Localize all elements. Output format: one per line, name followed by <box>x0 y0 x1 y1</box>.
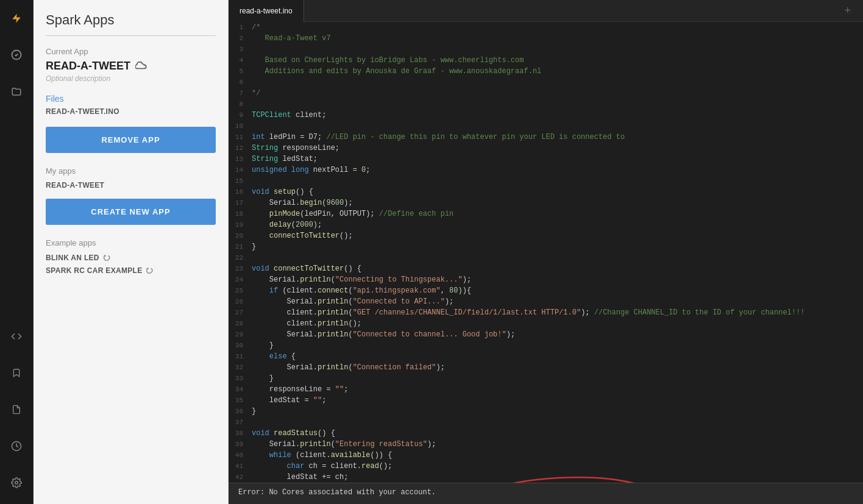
cloud-icon <box>135 60 147 73</box>
code-line-6: 6 <box>229 77 863 88</box>
code-line-41: 41 char ch = client.read(); <box>229 461 863 472</box>
code-line-4: 4 Based on CheerLights by ioBridge Labs … <box>229 55 863 66</box>
files-label: Files <box>46 94 216 104</box>
code-line-27: 27 client.println("GET /channels/CHANNEL… <box>229 307 863 318</box>
error-text: Error: No Cores associated with your acc… <box>238 488 436 497</box>
code-line-16: 16 void setup() { <box>229 186 863 197</box>
check-icon[interactable] <box>4 43 29 67</box>
rc-car-label: SPARK RC CAR EXAMPLE <box>46 266 142 275</box>
bookmark-icon[interactable] <box>4 361 29 385</box>
code-line-24: 24 Serial.println("Connecting to Thingsp… <box>229 274 863 285</box>
code-line-10: 10 <box>229 121 863 132</box>
tab-read-a-tweet[interactable]: read-a-tweet.ino <box>229 0 304 22</box>
code-line-21: 21 } <box>229 241 863 252</box>
my-apps-label: My apps <box>46 166 216 176</box>
code-line-17: 17 Serial.begin(9600); <box>229 197 863 208</box>
create-new-app-button[interactable]: CREATE NEW APP <box>46 199 216 225</box>
code-icon[interactable] <box>4 324 29 349</box>
file-item[interactable]: READ-A-TWEET.INO <box>46 107 216 116</box>
sidebar: Spark Apps Current App READ-A-TWEET Opti… <box>34 0 229 504</box>
code-line-23: 23 void connectToTwitter() { <box>229 263 863 274</box>
optional-description: Optional description <box>46 74 216 83</box>
blink-icon: ⭮ <box>102 253 110 262</box>
code-line-8: 8 <box>229 99 863 110</box>
rc-car-icon: ⭮ <box>145 266 153 275</box>
settings-icon[interactable] <box>4 470 29 495</box>
main-editor-area: read-a-tweet.ino + 1 /* 2 Read-a-Tweet v… <box>229 0 863 504</box>
blink-label: BLINK AN LED <box>46 254 99 262</box>
code-line-9: 9 TCPClient client; <box>229 110 863 121</box>
code-line-20: 20 connectToTwitter(); <box>229 230 863 241</box>
code-line-35: 35 ledStat = ""; <box>229 395 863 406</box>
clock-icon[interactable] <box>4 434 29 458</box>
code-line-31: 31 else { <box>229 351 863 362</box>
sidebar-title: Spark Apps <box>46 12 216 36</box>
code-line-18: 18 pinMode(ledPin, OUTPUT); //Define eac… <box>229 208 863 219</box>
example-item-blink[interactable]: BLINK AN LED ⭮ <box>46 251 216 264</box>
code-line-11: 11 int ledPin = D7; //LED pin - change t… <box>229 132 863 143</box>
current-app-name: READ-A-TWEET <box>46 60 216 73</box>
svg-point-3 <box>15 481 18 484</box>
code-line-40: 40 while (client.available()) { <box>229 450 863 461</box>
code-line-25: 25 if (client.connect("api.thingspeak.co… <box>229 285 863 296</box>
code-line-19: 19 delay(2000); <box>229 219 863 230</box>
folder-icon[interactable] <box>4 79 29 104</box>
svg-marker-0 <box>12 14 21 23</box>
icon-bar <box>0 0 34 504</box>
current-app-label: Current App <box>46 47 216 56</box>
example-item-rc-car[interactable]: SPARK RC CAR EXAMPLE ⭮ <box>46 264 216 277</box>
file-icon[interactable] <box>4 397 29 422</box>
error-bar: Error: No Cores associated with your acc… <box>229 483 863 504</box>
code-line-33: 33 } <box>229 373 863 384</box>
code-line-13: 13 String ledStat; <box>229 154 863 165</box>
code-line-38: 38 void readStatus() { <box>229 428 863 439</box>
code-line-34: 34 responseLine = ""; <box>229 384 863 395</box>
bolt-icon[interactable] <box>4 6 29 30</box>
code-line-36: 36 } <box>229 406 863 417</box>
code-line-12: 12 String responseLine; <box>229 143 863 154</box>
code-line-30: 30 } <box>229 340 863 351</box>
code-line-22: 22 <box>229 252 863 263</box>
my-app-item[interactable]: READ-A-TWEET <box>46 179 216 191</box>
tab-add-button[interactable]: + <box>838 4 857 17</box>
code-line-26: 26 Serial.println("Connected to API...")… <box>229 296 863 307</box>
code-line-28: 28 client.println(); <box>229 318 863 329</box>
code-line-3: 3 <box>229 44 863 55</box>
code-line-15: 15 <box>229 176 863 186</box>
example-apps-label: Example apps <box>46 238 216 247</box>
tab-bar: read-a-tweet.ino + <box>229 0 863 22</box>
code-line-29: 29 Serial.println("Connected to channel.… <box>229 329 863 340</box>
code-line-39: 39 Serial.println("Entering readStatus")… <box>229 439 863 450</box>
code-line-2: 2 Read-a-Tweet v7 <box>229 33 863 44</box>
code-line-42: 42 ledStat += ch; <box>229 472 863 483</box>
code-line-5: 5 Additions and edits by Anouska de Graa… <box>229 66 863 77</box>
code-editor[interactable]: 1 /* 2 Read-a-Tweet v7 3 4 Based on Chee… <box>229 22 863 483</box>
code-line-37: 37 <box>229 417 863 428</box>
code-line-14: 14 unsigned long nextPoll = 0; <box>229 165 863 176</box>
code-line-7: 7 */ <box>229 88 863 99</box>
remove-app-button[interactable]: REMOVE APP <box>46 127 216 153</box>
code-line-32: 32 Serial.println("Connection failed"); <box>229 362 863 373</box>
code-line-1: 1 /* <box>229 22 863 33</box>
